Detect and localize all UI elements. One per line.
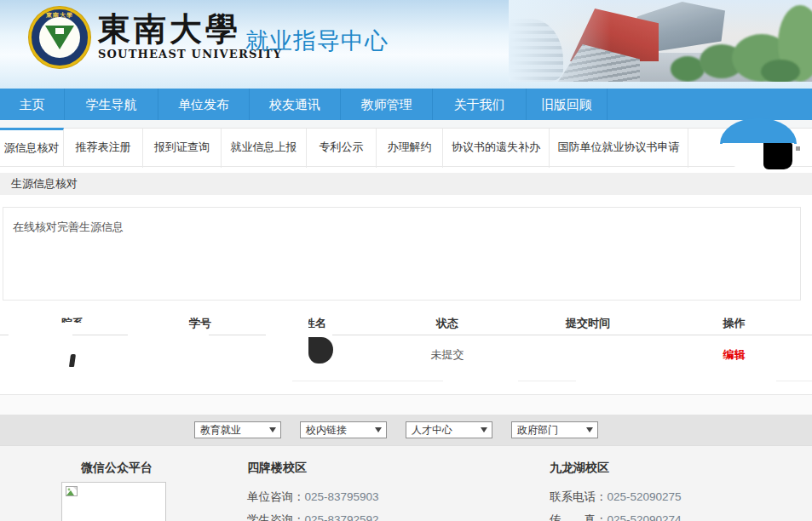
dropdown-label: 政府部门	[517, 424, 558, 436]
intro-text: 在线核对完善生源信息	[3, 208, 800, 235]
nav-item-employer-post[interactable]: 单位发布	[158, 89, 250, 120]
university-seal-logo: 東南大學	[29, 7, 90, 68]
nav-item-about-us[interactable]: 关于我们	[433, 89, 527, 120]
nav-item-teacher-admin[interactable]: 教师管理	[341, 89, 433, 120]
site-title: 就业指导中心	[245, 26, 389, 56]
redaction-white-strip	[518, 375, 576, 381]
redaction-white-box	[288, 314, 308, 334]
tab-contract-cancel[interactable]: 办理解约	[377, 129, 443, 168]
dropdown-campus-links[interactable]: 校内链接	[300, 421, 387, 438]
sipailou-line1: 单位咨询：025-83795903	[247, 490, 379, 505]
source-info-table: 院系 学号 姓名 状态 提交时间 操作 未提交 编辑	[0, 311, 812, 395]
tab-registration-card[interactable]: 报到证查询	[143, 129, 222, 168]
col-header-action: 操作	[656, 311, 812, 335]
contact-label: 单位咨询：	[247, 490, 305, 503]
chevron-down-icon	[269, 427, 276, 432]
intro-panel: 在线核对完善生源信息	[3, 207, 801, 301]
cell-status: 未提交	[375, 335, 520, 395]
tab-source-info-check[interactable]: 源信息核对	[0, 128, 64, 167]
contact-label: 学生咨询：	[247, 513, 305, 521]
nav-bottom-strip	[0, 120, 812, 128]
col-header-name: 姓名	[256, 311, 375, 335]
page-title: 生源信息核对	[0, 173, 812, 195]
redaction-white-strip	[292, 375, 443, 381]
phone-number: 025-52090275	[608, 490, 682, 503]
redaction-black-box	[763, 143, 792, 169]
cell-submit-time	[520, 335, 656, 395]
edit-link[interactable]: 编辑	[656, 335, 812, 395]
dropdown-education-employment[interactable]: 教育就业	[194, 421, 281, 438]
jiulonghu-line1: 联系电话：025-52090275	[550, 490, 682, 505]
page: 東南大學 東南大學 SOUTHEAST UNIVERSITY 就业指导中心 主页…	[0, 0, 812, 521]
table-header-row: 院系 学号 姓名 状态 提交时间 操作	[0, 311, 812, 335]
dropdown-caret-icon[interactable]	[796, 146, 800, 151]
chevron-down-icon	[481, 427, 487, 432]
col-header-student-id: 学号	[145, 311, 256, 335]
dropdown-government[interactable]: 政府部门	[511, 421, 598, 438]
tab-agreement-loss[interactable]: 协议书的遗失补办	[443, 129, 550, 168]
photo-fade	[509, 0, 611, 82]
site-header: 東南大學 東南大學 SOUTHEAST UNIVERSITY 就业指导中心	[0, 0, 812, 89]
tab-patent-notice[interactable]: 专利公示	[307, 129, 377, 168]
dropdown-label: 人才中心	[412, 424, 452, 436]
jiulonghu-heading: 九龙湖校区	[550, 461, 609, 476]
nav-item-old-version[interactable]: 旧版回顾	[527, 89, 608, 120]
seal-building-icon	[55, 28, 64, 34]
sub-tabs: 源信息核对 推荐表注册 报到证查询 就业信息上报 专利公示 办理解约 协议书的遗…	[0, 128, 812, 167]
chevron-down-icon	[375, 427, 382, 432]
phone-number: 025-83795903	[305, 490, 379, 503]
tab-defense-agreement[interactable]: 国防单位就业协议书申请	[550, 129, 688, 168]
wechat-qr-placeholder	[61, 482, 166, 521]
dropdown-label: 教育就业	[200, 424, 241, 436]
pre-footer-band	[0, 394, 812, 415]
dropdown-label: 校内链接	[306, 424, 347, 436]
table-row: 未提交 编辑	[0, 335, 812, 395]
tab-employment-report[interactable]: 就业信息上报	[222, 129, 307, 168]
friendly-links-bar: 教育就业 校内链接 人才中心 政府部门	[0, 415, 812, 445]
col-header-submit-time: 提交时间	[520, 311, 656, 335]
dropdown-talent-center[interactable]: 人才中心	[406, 421, 492, 438]
main-nav: 主页 学生导航 单位发布 校友通讯 教师管理 关于我们 旧版回顾	[0, 89, 812, 120]
seal-inner-circle	[39, 17, 80, 58]
jiulonghu-line2: 传 真：025-52090274	[550, 512, 682, 521]
chevron-down-icon	[586, 427, 593, 432]
nav-item-alumni[interactable]: 校友通讯	[250, 89, 341, 120]
contact-label: 联系电话：	[550, 490, 608, 503]
phone-number: 025-52090274	[608, 513, 682, 521]
redaction-white-strip	[776, 375, 812, 381]
cell-student-id	[145, 335, 256, 395]
tab-recommend-form[interactable]: 推荐表注册	[64, 129, 143, 168]
site-footer: 微信公众平台 四牌楼校区 单位咨询：025-83795903 学生咨询：025-…	[0, 445, 812, 521]
nav-item-home[interactable]: 主页	[0, 89, 65, 120]
sipailou-heading: 四牌楼校区	[247, 461, 307, 476]
sipailou-line2: 学生咨询：025-83792592	[247, 512, 379, 521]
campus-photo	[509, 0, 812, 82]
col-header-status: 状态	[375, 311, 520, 335]
phone-number: 025-83792592	[305, 513, 379, 521]
broken-image-icon	[66, 486, 78, 496]
contact-label: 传 真：	[550, 513, 608, 521]
nav-item-student-guide[interactable]: 学生导航	[65, 89, 158, 120]
wechat-heading: 微信公众平台	[81, 461, 153, 476]
